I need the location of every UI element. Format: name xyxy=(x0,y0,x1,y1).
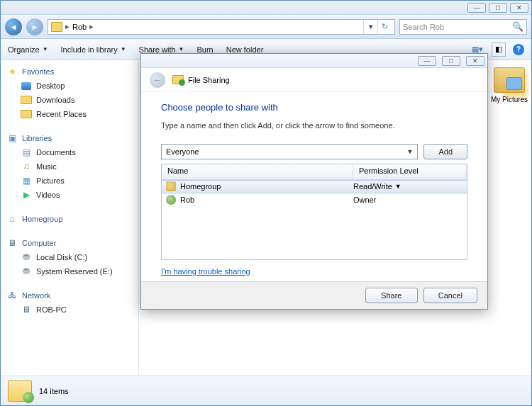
navbar: ◄ ► ▸ Rob ▸ ▾ ↻ Search Rob 🔍 xyxy=(1,15,531,39)
sidebar-item-system-reserved[interactable]: ⛃System Reserved (E:) xyxy=(4,264,138,278)
dialog-heading: Choose people to share with xyxy=(161,102,467,113)
dialog-header: ← File Sharing xyxy=(141,68,487,91)
desktop-icon xyxy=(21,82,31,90)
search-input[interactable]: Search Rob 🔍 xyxy=(399,19,527,35)
forward-button[interactable]: ► xyxy=(26,18,43,35)
new-folder-button[interactable]: New folder xyxy=(226,45,264,54)
sidebar-item-music[interactable]: ♫Music xyxy=(4,159,138,174)
sidebar-libraries[interactable]: ▣Libraries xyxy=(4,131,138,145)
organize-menu[interactable]: Organize▼ xyxy=(8,45,48,54)
dialog-footer: Share Cancel xyxy=(141,281,487,309)
homegroup-icon: ⌂ xyxy=(6,213,18,225)
sidebar-computer[interactable]: 🖥Computer xyxy=(4,236,138,250)
sidebar-item-pictures[interactable]: ▦Pictures xyxy=(4,174,138,188)
status-folder-icon xyxy=(8,380,32,402)
preview-pane-button[interactable]: ◧ xyxy=(492,43,506,57)
share-button[interactable]: Share xyxy=(365,288,418,303)
pictures-icon: ▦ xyxy=(21,175,32,186)
item-count: 14 items xyxy=(39,387,69,395)
search-placeholder: Search Rob xyxy=(403,23,444,31)
address-bar[interactable]: ▸ Rob ▸ ▾ ↻ xyxy=(48,19,395,35)
sidebar-favorites[interactable]: ★Favorites xyxy=(4,64,138,79)
dialog-instruction: Type a name and then click Add, or click… xyxy=(161,121,467,130)
permission-dropdown[interactable]: Read/Write▼ xyxy=(353,182,467,191)
music-icon: ♫ xyxy=(21,161,32,172)
folder-icon xyxy=(21,96,32,104)
history-dropdown[interactable]: ▾ xyxy=(363,20,377,34)
homegroup-icon xyxy=(166,181,176,191)
dialog-minimize-button[interactable]: — xyxy=(418,56,436,66)
star-icon: ★ xyxy=(6,66,18,77)
share-with-menu[interactable]: Share with▼ xyxy=(139,45,184,54)
search-icon: 🔍 xyxy=(512,21,523,32)
share-list-header: Name Permission Level xyxy=(162,164,467,180)
libraries-icon: ▣ xyxy=(6,132,18,144)
videos-icon: ▶ xyxy=(21,189,32,201)
dialog-titlebar: — □ ✕ xyxy=(141,54,487,68)
add-button[interactable]: Add xyxy=(423,144,467,159)
breadcrumb-folder[interactable]: Rob xyxy=(72,23,87,31)
sidebar-item-videos[interactable]: ▶Videos xyxy=(4,188,138,202)
share-list: Name Permission Level Homegroup Read/Wri… xyxy=(161,164,467,260)
share-row-rob[interactable]: Rob Owner xyxy=(162,193,467,207)
burn-button[interactable]: Burn xyxy=(196,45,213,54)
sidebar-network[interactable]: 🖧Network xyxy=(4,288,138,303)
explorer-titlebar: — □ ✕ xyxy=(1,1,531,15)
refresh-button[interactable]: ↻ xyxy=(377,20,392,34)
file-sharing-icon xyxy=(172,75,184,84)
close-button[interactable]: ✕ xyxy=(510,3,528,13)
disk-icon: ⛃ xyxy=(21,266,32,277)
back-button[interactable]: ◄ xyxy=(5,18,22,35)
status-bar: 14 items xyxy=(1,376,531,405)
chevron-down-icon: ▼ xyxy=(407,148,414,155)
computer-icon: 🖥 xyxy=(6,237,18,249)
dialog-close-button[interactable]: ✕ xyxy=(466,56,484,66)
sidebar-item-local-disk[interactable]: ⛃Local Disk (C:) xyxy=(4,250,138,264)
file-sharing-dialog: — □ ✕ ← File Sharing Choose people to sh… xyxy=(140,53,488,310)
sidebar-item-rob-pc[interactable]: 🖥ROB-PC xyxy=(4,303,138,317)
disk-icon: ⛃ xyxy=(21,252,32,263)
include-in-library-menu[interactable]: Include in library▼ xyxy=(61,45,126,54)
breadcrumb-sep2: ▸ xyxy=(89,22,94,31)
maximize-button[interactable]: □ xyxy=(489,3,507,13)
breadcrumb-sep: ▸ xyxy=(65,22,70,31)
sidebar-item-desktop[interactable]: Desktop xyxy=(4,79,138,93)
dialog-maximize-button[interactable]: □ xyxy=(442,56,460,66)
help-icon[interactable]: ? xyxy=(513,44,524,55)
network-icon: 🖧 xyxy=(6,290,18,301)
sidebar-homegroup[interactable]: ⌂Homegroup xyxy=(4,212,138,226)
sidebar-item-documents[interactable]: ▤Documents xyxy=(4,145,138,159)
minimize-button[interactable]: — xyxy=(467,3,486,13)
dialog-back-button[interactable]: ← xyxy=(150,72,165,88)
column-name[interactable]: Name xyxy=(162,164,353,179)
share-row-homegroup[interactable]: Homegroup Read/Write▼ xyxy=(162,180,467,193)
item-my-pictures[interactable]: My Pictures xyxy=(490,67,528,103)
folder-icon xyxy=(21,110,32,118)
people-combobox[interactable]: Everyone ▼ xyxy=(161,144,418,159)
cancel-button[interactable]: Cancel xyxy=(423,288,477,303)
sidebar-item-recent-places[interactable]: Recent Places xyxy=(4,107,138,121)
trouble-sharing-link[interactable]: I'm having trouble sharing xyxy=(161,267,467,276)
computer-icon: 🖥 xyxy=(21,304,32,315)
navigation-pane: ★Favorites Desktop Downloads Recent Plac… xyxy=(1,60,139,376)
documents-icon: ▤ xyxy=(21,147,32,158)
user-icon xyxy=(166,195,176,205)
column-permission[interactable]: Permission Level xyxy=(353,164,467,179)
pictures-folder-icon xyxy=(494,67,525,93)
folder-icon xyxy=(51,22,62,32)
dialog-title: File Sharing xyxy=(188,76,230,84)
sidebar-item-downloads[interactable]: Downloads xyxy=(4,93,138,107)
